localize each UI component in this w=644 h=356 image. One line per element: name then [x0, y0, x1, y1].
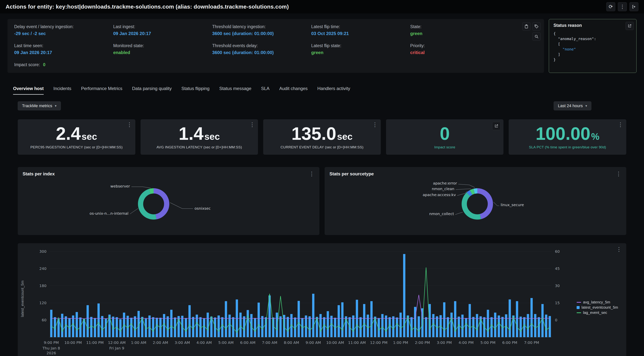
tab-audit-changes[interactable]: Audit changes — [279, 86, 308, 95]
bar-latest_eventcount_5m[interactable] — [287, 317, 289, 337]
tab-status-message[interactable]: Status message — [219, 86, 251, 95]
bar-latest_eventcount_5m[interactable] — [166, 316, 169, 337]
kebab-menu-icon[interactable]: ⋮ — [616, 247, 622, 252]
bar-latest_eventcount_5m[interactable] — [90, 317, 92, 337]
bar-latest_eventcount_5m[interactable] — [50, 310, 52, 337]
kebab-menu-icon[interactable]: ⋮ — [616, 171, 622, 177]
bar-latest_eventcount_5m[interactable] — [323, 317, 325, 337]
bar-latest_eventcount_5m[interactable] — [265, 317, 267, 337]
tab-performance-metrics[interactable]: Performance Metrics — [81, 86, 122, 95]
legend-item-avg_latency_5m[interactable]: avg_latency_5m — [576, 300, 618, 304]
bar-latest_eventcount_5m[interactable] — [490, 317, 492, 337]
bar-latest_eventcount_5m[interactable] — [367, 315, 369, 337]
time-range-dropdown[interactable]: Last 24 hours ▾ — [554, 101, 591, 110]
bar-latest_eventcount_5m[interactable] — [188, 305, 190, 337]
bar-latest_eventcount_5m[interactable] — [246, 310, 249, 337]
bar-latest_eventcount_5m[interactable] — [152, 317, 154, 337]
bar-latest_eventcount_5m[interactable] — [352, 315, 354, 337]
line-avg_latency_5m[interactable] — [51, 295, 550, 319]
bar-latest_eventcount_5m[interactable] — [450, 313, 453, 337]
bar-latest_eventcount_5m[interactable] — [487, 310, 489, 337]
bar-latest_eventcount_5m[interactable] — [418, 316, 420, 337]
bar-latest_eventcount_5m[interactable] — [363, 304, 365, 337]
bar-latest_eventcount_5m[interactable] — [145, 319, 147, 337]
bar-latest_eventcount_5m[interactable] — [425, 317, 427, 337]
bar-latest_eventcount_5m[interactable] — [458, 317, 460, 337]
kebab-menu-icon[interactable]: ⋮ — [127, 122, 132, 128]
bar-latest_eventcount_5m[interactable] — [538, 317, 540, 337]
bar-latest_eventcount_5m[interactable] — [443, 302, 446, 337]
bar-latest_eventcount_5m[interactable] — [312, 294, 314, 337]
bar-latest_eventcount_5m[interactable] — [548, 316, 551, 337]
bar-latest_eventcount_5m[interactable] — [298, 301, 300, 337]
bar-latest_eventcount_5m[interactable] — [461, 315, 464, 337]
legend-item-lag_event_sec[interactable]: lag_event_sec — [576, 311, 618, 315]
bar-latest_eventcount_5m[interactable] — [261, 316, 264, 337]
bar-latest_eventcount_5m[interactable] — [185, 318, 187, 337]
open-in-new-icon[interactable] — [492, 122, 500, 130]
bar-latest_eventcount_5m[interactable] — [61, 314, 63, 337]
tab-handlers-activity[interactable]: Handlers activity — [317, 86, 350, 95]
bar-latest_eventcount_5m[interactable] — [530, 298, 533, 337]
bar-latest_eventcount_5m[interactable] — [465, 318, 467, 337]
bar-latest_eventcount_5m[interactable] — [218, 315, 220, 337]
tag-icon[interactable] — [532, 22, 540, 30]
bar-latest_eventcount_5m[interactable] — [370, 301, 372, 337]
bar-latest_eventcount_5m[interactable] — [516, 301, 518, 337]
bar-latest_eventcount_5m[interactable] — [254, 318, 256, 337]
bar-latest_eventcount_5m[interactable] — [330, 316, 333, 337]
bar-latest_eventcount_5m[interactable] — [414, 307, 416, 337]
bar-latest_eventcount_5m[interactable] — [468, 304, 471, 337]
exit-icon[interactable] — [630, 2, 638, 11]
search-icon[interactable] — [532, 32, 540, 41]
bar-latest_eventcount_5m[interactable] — [308, 316, 311, 337]
bar-latest_eventcount_5m[interactable] — [327, 311, 329, 337]
tab-data-parsing-quality[interactable]: Data parsing quality — [132, 86, 172, 95]
bar-latest_eventcount_5m[interactable] — [385, 315, 387, 337]
clipboard-icon[interactable] — [522, 22, 530, 30]
bar-latest_eventcount_5m[interactable] — [221, 317, 224, 337]
bar-latest_eventcount_5m[interactable] — [207, 313, 209, 337]
kebab-menu-icon[interactable]: ⋮ — [309, 171, 314, 177]
bar-latest_eventcount_5m[interactable] — [130, 318, 132, 337]
tab-status-flipping[interactable]: Status flipping — [182, 86, 210, 95]
metrics-dropdown[interactable]: TrackMe metrics ▾ — [18, 101, 61, 110]
bar-latest_eventcount_5m[interactable] — [258, 303, 260, 337]
line-lag_event_sec[interactable] — [51, 267, 550, 333]
bar-latest_eventcount_5m[interactable] — [214, 317, 216, 337]
bar-latest_eventcount_5m[interactable] — [98, 303, 100, 337]
kebab-menu-icon[interactable]: ⋮ — [618, 2, 627, 11]
bar-latest_eventcount_5m[interactable] — [239, 313, 242, 337]
bar-latest_eventcount_5m[interactable] — [381, 314, 384, 337]
bar-latest_eventcount_5m[interactable] — [170, 310, 172, 337]
bar-latest_eventcount_5m[interactable] — [320, 314, 322, 337]
bar-latest_eventcount_5m[interactable] — [403, 254, 406, 337]
tab-sla[interactable]: SLA — [261, 86, 270, 95]
bar-latest_eventcount_5m[interactable] — [400, 313, 402, 337]
bar-latest_eventcount_5m[interactable] — [163, 314, 165, 337]
bar-latest_eventcount_5m[interactable] — [126, 316, 129, 337]
bar-latest_eventcount_5m[interactable] — [280, 316, 282, 337]
bar-latest_eventcount_5m[interactable] — [203, 318, 205, 337]
bar-latest_eventcount_5m[interactable] — [523, 317, 526, 337]
bar-latest_eventcount_5m[interactable] — [65, 316, 67, 337]
bar-latest_eventcount_5m[interactable] — [250, 314, 252, 337]
bar-latest_eventcount_5m[interactable] — [228, 315, 231, 337]
refresh-icon[interactable]: ⟳ — [606, 2, 615, 11]
bar-latest_eventcount_5m[interactable] — [76, 312, 78, 337]
tab-overview-host[interactable]: Overview host — [13, 86, 44, 95]
bar-latest_eventcount_5m[interactable] — [119, 319, 122, 337]
open-in-new-icon[interactable] — [626, 22, 634, 30]
bar-latest_eventcount_5m[interactable] — [476, 314, 478, 337]
bar-latest_eventcount_5m[interactable] — [534, 314, 536, 337]
legend-item-latest_eventcount_5m[interactable]: latest_eventcount_5m — [576, 305, 618, 310]
bar-latest_eventcount_5m[interactable] — [72, 315, 74, 337]
bar-latest_eventcount_5m[interactable] — [192, 317, 194, 337]
bar-latest_eventcount_5m[interactable] — [432, 314, 434, 337]
bar-latest_eventcount_5m[interactable] — [392, 316, 394, 337]
kebab-menu-icon[interactable]: ⋮ — [372, 122, 378, 128]
bar-latest_eventcount_5m[interactable] — [527, 314, 529, 337]
bar-latest_eventcount_5m[interactable] — [389, 317, 391, 337]
bar-latest_eventcount_5m[interactable] — [520, 317, 522, 337]
bar-latest_eventcount_5m[interactable] — [101, 316, 104, 337]
